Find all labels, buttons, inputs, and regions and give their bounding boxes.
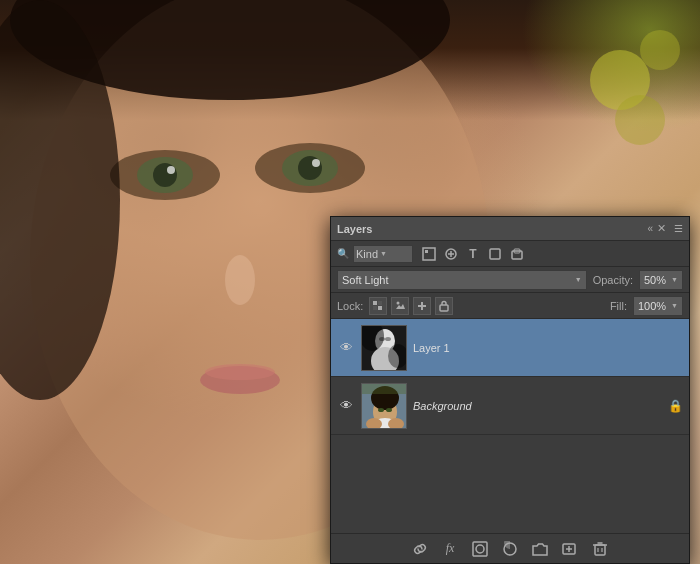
blend-mode-arrow: ▼ (575, 276, 582, 283)
background-thumbnail (361, 383, 407, 429)
blend-mode-label: Soft Light (342, 274, 388, 286)
svg-rect-53 (595, 545, 605, 555)
svg-point-9 (225, 255, 255, 305)
opacity-label: Opacity: (593, 274, 633, 286)
blend-opacity-row: Soft Light ▼ Opacity: 50% ▼ (331, 267, 689, 293)
lock-fill-row: Lock: Fill: 100% ▼ (331, 293, 689, 319)
new-layer-btn[interactable] (559, 538, 581, 560)
opacity-input[interactable]: 50% ▼ (639, 270, 683, 290)
panel-collapse-icon[interactable]: « (647, 223, 653, 234)
add-mask-btn[interactable] (469, 538, 491, 560)
svg-rect-21 (512, 251, 522, 259)
svg-point-42 (386, 408, 392, 412)
svg-rect-46 (362, 384, 407, 394)
lock-transparent-btn[interactable] (369, 297, 387, 315)
panel-close-icon[interactable]: ✕ (657, 222, 666, 235)
lock-position-btn[interactable] (413, 297, 431, 315)
svg-point-16 (615, 95, 665, 145)
filter-adjustment-icon[interactable] (443, 246, 459, 262)
svg-rect-18 (425, 250, 428, 253)
panel-title: Layers (337, 223, 372, 235)
background-visibility-toggle[interactable]: 👁 (337, 397, 355, 415)
filter-type-icon[interactable]: T (465, 246, 481, 262)
svg-point-11 (205, 364, 275, 380)
fill-label: Fill: (610, 300, 627, 312)
svg-rect-23 (373, 301, 377, 305)
link-layers-btn[interactable] (409, 538, 431, 560)
layers-list: 👁 Layer 1 👁 (331, 319, 689, 533)
lock-all-btn[interactable] (435, 297, 453, 315)
opacity-arrow: ▼ (671, 276, 678, 283)
filter-pixel-icon[interactable] (421, 246, 437, 262)
layer1-eye-icon: 👁 (340, 340, 353, 355)
svg-rect-47 (473, 542, 487, 556)
background-lock-icon: 🔒 (668, 399, 683, 413)
svg-point-4 (167, 166, 175, 174)
filter-row: 🔍 Kind ▼ T (331, 241, 689, 267)
svg-point-48 (476, 545, 484, 553)
search-icon: 🔍 (337, 248, 349, 259)
layer1-name: Layer 1 (413, 342, 683, 354)
svg-rect-30 (440, 305, 448, 311)
svg-point-3 (153, 163, 177, 187)
layers-panel: Layers « ✕ ☰ 🔍 Kind ▼ T (330, 216, 690, 564)
filter-icons-row: T (421, 246, 525, 262)
layer-item-background[interactable]: 👁 (331, 377, 689, 435)
svg-rect-26 (378, 306, 382, 310)
panel-title-controls: « ✕ ☰ (647, 222, 683, 235)
panel-toolbar: fx (331, 533, 689, 563)
add-adjustment-btn[interactable] (499, 538, 521, 560)
delete-layer-btn[interactable] (589, 538, 611, 560)
add-group-btn[interactable] (529, 538, 551, 560)
lock-icons (369, 297, 453, 315)
layer1-thumbnail (361, 325, 407, 371)
fx-label: fx (446, 541, 455, 556)
lock-label: Lock: (337, 300, 363, 312)
svg-rect-24 (378, 301, 382, 305)
opacity-value: 50% (644, 274, 666, 286)
filter-kind-arrow: ▼ (380, 250, 387, 257)
svg-point-41 (378, 408, 384, 412)
svg-point-7 (298, 156, 322, 180)
fill-input[interactable]: 100% ▼ (633, 296, 683, 316)
svg-point-27 (397, 301, 400, 304)
svg-rect-20 (490, 249, 500, 259)
filter-shape-icon[interactable] (487, 246, 503, 262)
svg-point-8 (312, 159, 320, 167)
fill-arrow: ▼ (671, 302, 678, 309)
fill-value: 100% (638, 300, 666, 312)
layer-item-layer1[interactable]: 👁 Layer 1 (331, 319, 689, 377)
fx-btn[interactable]: fx (439, 538, 461, 560)
filter-kind-dropdown[interactable]: Kind ▼ (353, 245, 413, 263)
svg-rect-17 (423, 248, 435, 260)
filter-smart-icon[interactable] (509, 246, 525, 262)
filter-kind-label: Kind (356, 248, 378, 260)
layer1-visibility-toggle[interactable]: 👁 (337, 339, 355, 357)
background-eye-icon: 👁 (340, 398, 353, 413)
panel-menu-icon[interactable]: ☰ (674, 223, 683, 234)
svg-rect-25 (373, 306, 377, 310)
background-name: Background (413, 400, 662, 412)
panel-titlebar: Layers « ✕ ☰ (331, 217, 689, 241)
blend-mode-dropdown[interactable]: Soft Light ▼ (337, 270, 587, 290)
svg-point-15 (640, 30, 680, 70)
lock-image-btn[interactable] (391, 297, 409, 315)
svg-point-35 (385, 337, 391, 341)
